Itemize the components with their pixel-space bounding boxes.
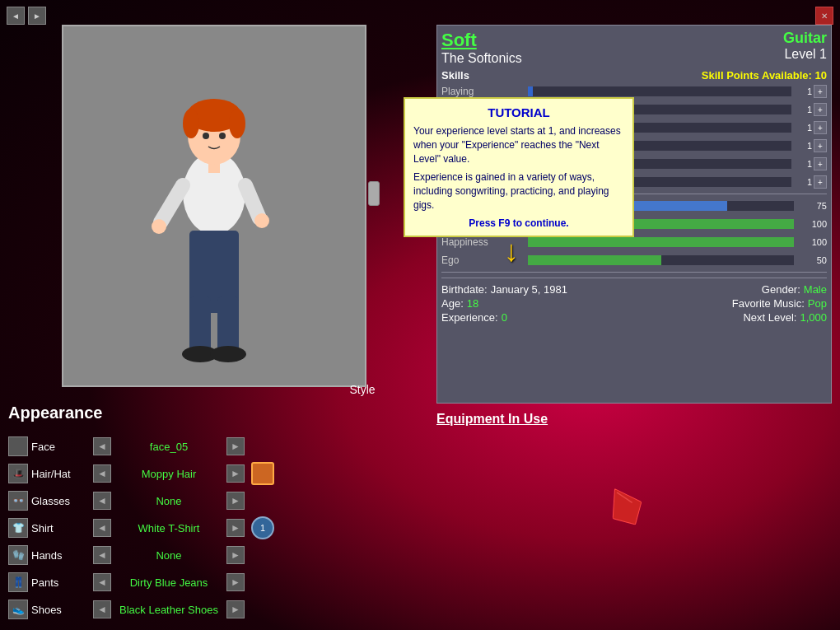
skill-increment-btn[interactable]: + — [814, 175, 827, 189]
app-prev-btn[interactable]: ◄ — [93, 519, 111, 537]
equipment-title: Equipment In Use — [436, 412, 832, 427]
char-name-group: Soft The Softonics — [441, 30, 522, 66]
skill-value: 1 — [796, 177, 812, 187]
tutorial-continue: Press F9 to continue. — [413, 217, 624, 229]
appearance-row-shirt: 👕 Shirt ◄ White T-Shirt ► 1 — [8, 516, 428, 540]
tutorial-popup: TUTORIAL Your experience level starts at… — [404, 97, 634, 237]
app-next-btn[interactable]: ► — [226, 546, 245, 564]
fav-music-value: Pop — [808, 297, 827, 310]
app-label: Glasses — [31, 495, 93, 507]
level-text: Level 1 — [783, 47, 827, 62]
info-row-age: Age: 18 Favorite Music: Pop — [441, 297, 827, 310]
app-prev-btn[interactable]: ◄ — [93, 492, 111, 510]
appearance-row-shoes: 👟 Shoes ◄ Black Leather Shoes ► — [8, 597, 428, 622]
svg-point-4 — [254, 213, 269, 228]
next-button[interactable]: ► — [28, 7, 46, 25]
character-avatar — [124, 41, 305, 371]
skill-increment-btn[interactable]: + — [814, 103, 827, 116]
svg-rect-13 — [189, 296, 211, 354]
app-icon-hair/hat: 🎩 — [8, 464, 28, 483]
appearance-row-face: Face ◄ face_05 ► — [8, 434, 428, 459]
gender-label: Gender: — [762, 283, 800, 296]
app-prev-btn[interactable]: ◄ — [93, 600, 111, 618]
app-label: Hair/Hat — [31, 468, 93, 480]
app-value: face_05 — [111, 441, 226, 453]
fav-music-label: Favorite Music: — [732, 297, 805, 310]
character-panel — [62, 25, 366, 387]
experience-label: Experience: — [441, 311, 498, 324]
age-label: Age: — [441, 297, 464, 310]
skill-increment-btn[interactable]: + — [814, 121, 827, 134]
appearance-row-hands: 🧤 Hands ◄ None ► — [8, 543, 428, 567]
character-viewport — [63, 26, 365, 385]
app-next-btn[interactable]: ► — [226, 519, 245, 537]
app-next-btn[interactable]: ► — [226, 492, 245, 510]
instrument-group: Guitar Level 1 — [783, 30, 827, 62]
stat-bar-container — [527, 236, 795, 248]
appearance-row-hair-hat: 🎩 Hair/Hat ◄ Moppy Hair ► — [8, 461, 428, 486]
scroll-handle[interactable] — [368, 181, 380, 206]
app-label: Face — [31, 441, 93, 453]
skill-value: 1 — [796, 105, 812, 114]
svg-point-16 — [210, 346, 246, 362]
app-prev-btn[interactable]: ◄ — [93, 464, 111, 483]
app-icon-shirt: 👕 — [8, 518, 28, 538]
app-value: White T-Shirt — [111, 522, 226, 534]
info-row-experience: Experience: 0 Next Level: 1,000 — [441, 311, 827, 324]
app-value: None — [111, 495, 226, 507]
skill-increment-btn[interactable]: + — [814, 157, 827, 170]
app-value: None — [111, 549, 226, 562]
app-prev-btn[interactable]: ◄ — [93, 437, 111, 455]
app-next-btn[interactable]: ► — [226, 437, 245, 455]
age-value: 18 — [467, 297, 478, 310]
style-label: Style — [350, 383, 376, 396]
app-prev-btn[interactable]: ◄ — [93, 573, 111, 591]
band-name: The Softonics — [441, 51, 522, 66]
skill-bar-fill — [528, 86, 533, 96]
birthdate-label: Birthdate: — [441, 283, 488, 296]
tutorial-title: TUTORIAL — [413, 105, 624, 119]
skills-header-row: Skills Skill Points Available: 10 — [441, 69, 827, 82]
svg-rect-14 — [217, 296, 239, 354]
skill-increment-btn[interactable]: + — [814, 85, 827, 98]
app-icon-pants: 👖 — [8, 572, 28, 592]
app-next-btn[interactable]: ► — [226, 573, 245, 591]
style-badge-circle: 1 — [251, 516, 274, 539]
app-next-btn[interactable]: ► — [226, 464, 245, 483]
stat-row-ego: Ego 50 — [441, 252, 827, 268]
stats-header: Soft The Softonics Guitar Level 1 — [441, 30, 827, 66]
gender-value: Male — [804, 283, 827, 296]
app-value: Dirty Blue Jeans — [111, 576, 226, 589]
app-label: Shirt — [31, 522, 93, 534]
svg-line-1 — [161, 185, 183, 222]
prev-button[interactable]: ◄ — [7, 7, 25, 25]
appearance-row-pants: 👖 Pants ◄ Dirty Blue Jeans ► — [8, 570, 428, 595]
app-value: Black Leather Shoes — [111, 604, 226, 616]
stat-value: 50 — [798, 255, 827, 265]
svg-point-10 — [203, 133, 209, 139]
skill-value: 1 — [796, 159, 812, 169]
app-value: Moppy Hair — [111, 468, 226, 480]
app-next-btn[interactable]: ► — [226, 600, 245, 618]
app-prev-btn[interactable]: ◄ — [93, 546, 111, 564]
skill-value: 1 — [796, 123, 812, 133]
skill-increment-btn[interactable]: + — [814, 139, 827, 152]
style-badge-orange — [251, 462, 274, 485]
stat-bar-fill — [528, 255, 661, 265]
stat-value: 100 — [798, 237, 827, 247]
svg-line-2 — [245, 185, 259, 218]
skill-value: 1 — [796, 86, 812, 96]
tutorial-text-1: Your experience level starts at 1, and i… — [413, 124, 624, 166]
appearance-row-glasses: 👓 Glasses ◄ None ► — [8, 488, 428, 513]
app-icon-face — [8, 436, 28, 456]
skill-value: 1 — [796, 141, 812, 151]
close-button[interactable]: ✕ — [815, 7, 833, 25]
next-level-value: 1,000 — [800, 311, 827, 324]
app-icon-shoes: 👟 — [8, 600, 28, 619]
top-navigation: ◄ ► ✕ — [0, 7, 840, 25]
svg-point-8 — [183, 109, 199, 138]
stat-bar-container — [527, 254, 795, 266]
app-label: Hands — [31, 549, 93, 562]
app-label: Shoes — [31, 604, 93, 616]
skill-points-label: Skill Points Available: 10 — [702, 69, 827, 82]
